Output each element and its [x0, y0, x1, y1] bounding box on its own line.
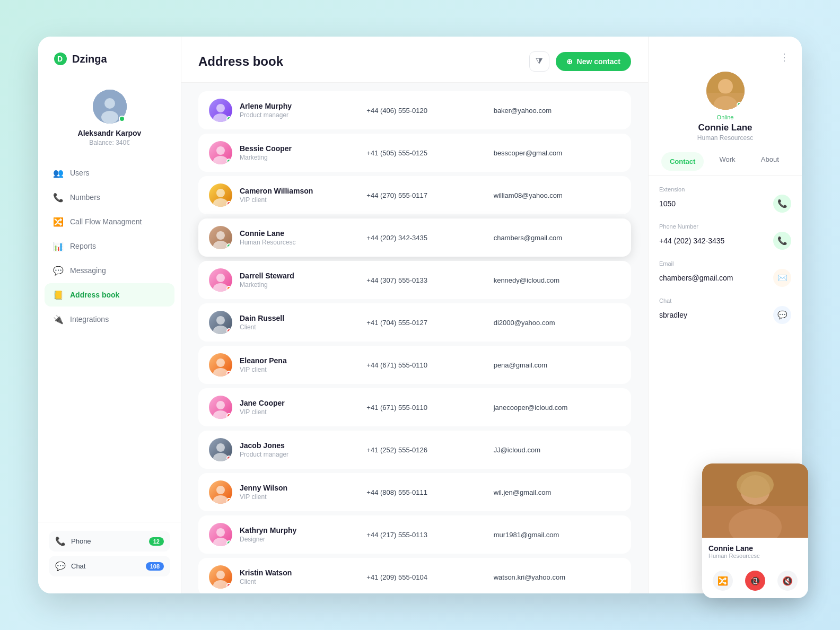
contact-email: besscoper@gmal.com	[494, 149, 620, 157]
user-avatar-wrapper	[93, 90, 127, 124]
svg-point-6	[213, 113, 228, 122]
field-value: +44 (202) 342-3435	[659, 237, 724, 245]
contact-status-dot	[226, 540, 232, 546]
field-action-btn[interactable]: 💬	[773, 306, 791, 324]
contact-role: Client	[240, 323, 366, 331]
contact-row[interactable]: Arlene Murphy Product manager +44 (406) …	[198, 91, 631, 129]
tab-about[interactable]: About	[749, 150, 791, 175]
contact-name: Kristin Watson	[240, 568, 366, 577]
address-book-icon: 📒	[53, 290, 64, 300]
contact-phone: +41 (252) 555-0126	[366, 446, 493, 454]
svg-point-16	[213, 326, 228, 334]
contact-role: Marketing	[240, 154, 366, 161]
sidebar-item-users[interactable]: 👥 Users	[45, 161, 174, 185]
svg-point-13	[216, 274, 225, 282]
contact-row[interactable]: Dain Russell Client +41 (704) 555-0127 d…	[198, 303, 631, 342]
contact-role: Product manager	[240, 111, 366, 119]
svg-point-20	[213, 410, 228, 419]
detail-role: Human Resourcesc	[697, 134, 753, 142]
contact-role: VIP client	[240, 408, 366, 416]
svg-point-39	[737, 471, 774, 498]
app-container: D Dzinga Aleksandr Karpov Balance: 340€ …	[38, 37, 802, 593]
svg-point-11	[216, 231, 225, 240]
svg-rect-38	[702, 506, 808, 538]
contact-avatar	[209, 480, 232, 504]
sidebar-item-call-flow[interactable]: 🔀 Call Flow Managment	[45, 210, 174, 233]
call-end-button[interactable]: 📵	[745, 571, 765, 591]
contact-row[interactable]: Jenny Wilson VIP client +44 (808) 555-01…	[198, 473, 631, 511]
svg-point-24	[213, 495, 228, 504]
footer-phone[interactable]: 📞 Phone 12	[49, 531, 170, 552]
tab-work[interactable]: Work	[706, 150, 748, 175]
contact-phone: +44 (307) 555-0133	[366, 276, 493, 284]
contact-row[interactable]: Jacob Jones Product manager +41 (252) 55…	[198, 431, 631, 469]
user-name: Aleksandr Karpov	[78, 129, 142, 137]
detail-menu-dots[interactable]: ⋮	[777, 49, 791, 65]
sidebar-item-reports[interactable]: 📊 Reports	[45, 234, 174, 258]
svg-point-27	[216, 571, 225, 579]
contact-row[interactable]: Cameron Williamson VIP client +44 (270) …	[198, 176, 631, 214]
contact-phone: +44 (202) 342-3435	[366, 234, 493, 242]
sidebar-item-messaging[interactable]: 💬 Messaging	[45, 259, 174, 282]
main-header: Address book ⧩ ⊕ New contact	[181, 37, 648, 83]
contact-row[interactable]: Eleanor Pena VIP client +44 (671) 555-01…	[198, 346, 631, 384]
contact-row[interactable]: Bessie Cooper Marketing +41 (505) 555-01…	[198, 134, 631, 172]
contact-status-dot	[226, 583, 232, 588]
field-value: 1050	[659, 199, 676, 208]
call-mute-button[interactable]: 🔇	[777, 571, 798, 591]
new-contact-button[interactable]: ⊕ New contact	[556, 52, 631, 71]
contact-row[interactable]: Jane Cooper VIP client +41 (671) 555-011…	[198, 388, 631, 426]
field-action-btn[interactable]: 📞	[773, 195, 791, 213]
contact-info: Eleanor Pena VIP client	[240, 356, 366, 373]
svg-point-18	[213, 368, 228, 377]
contact-row[interactable]: Kathryn Murphy Designer +44 (217) 555-01…	[198, 515, 631, 554]
contact-row[interactable]: Darrell Steward Marketing +44 (307) 555-…	[198, 261, 631, 299]
svg-point-32	[718, 79, 733, 94]
field-value: chambers@gmail.com	[659, 274, 733, 282]
field-label: Extension	[659, 186, 791, 192]
contact-status-dot	[226, 371, 232, 376]
svg-text:D: D	[57, 55, 63, 63]
contact-email: baker@yahoo.com	[494, 107, 620, 115]
contact-status-dot	[226, 456, 232, 461]
call-overlay-image	[702, 463, 808, 538]
end-call-icon: 📵	[750, 576, 760, 586]
contact-row[interactable]: Connie Lane Human Resourcesc +44 (202) 3…	[198, 218, 631, 257]
address-book-label: Address book	[70, 291, 119, 299]
filter-button[interactable]: ⧩	[529, 51, 549, 72]
svg-point-21	[216, 443, 225, 452]
sidebar-item-numbers[interactable]: 📞 Numbers	[45, 186, 174, 209]
users-label: Users	[70, 169, 90, 177]
tab-contact[interactable]: Contact	[661, 152, 704, 171]
contact-phone: +44 (671) 555-0110	[366, 361, 493, 369]
detail-field-phone-number: Phone number +44 (202) 342-3435 📞	[659, 223, 791, 250]
svg-point-15	[216, 316, 225, 325]
contact-name: Arlene Murphy	[240, 102, 366, 110]
detail-status-dot	[737, 102, 743, 108]
contact-avatar	[209, 523, 232, 546]
call-transfer-button[interactable]: 🔀	[713, 571, 733, 591]
contact-email: kennedy@icloud.com	[494, 276, 620, 284]
contact-phone: +41 (505) 555-0125	[366, 149, 493, 157]
field-action-btn[interactable]: 📞	[773, 232, 791, 250]
contact-phone: +44 (217) 555-0113	[366, 531, 493, 539]
svg-point-7	[216, 146, 225, 155]
chat-footer-icon: 💬	[55, 561, 66, 571]
sidebar-item-integrations[interactable]: 🔌 Integrations	[45, 308, 174, 331]
svg-point-5	[216, 104, 225, 112]
contact-row[interactable]: Kristin Watson Client +41 (209) 555-0104…	[198, 558, 631, 593]
call-overlay-role: Human Resourcesc	[708, 553, 802, 559]
contact-status-dot	[226, 243, 232, 249]
contact-info: Jenny Wilson VIP client	[240, 484, 366, 501]
field-action-btn[interactable]: ✉️	[773, 269, 791, 287]
sidebar-item-address-book[interactable]: 📒 Address book	[45, 283, 174, 307]
contact-avatar	[209, 438, 232, 461]
footer-chat[interactable]: 💬 Chat 108	[49, 556, 170, 576]
messaging-icon: 💬	[53, 265, 64, 276]
contact-role: VIP client	[240, 196, 366, 204]
call-overlay-info: Connie Lane Human Resourcesc	[702, 538, 808, 566]
contact-name: Darrell Steward	[240, 272, 366, 280]
contact-name: Dain Russell	[240, 314, 366, 322]
contact-email: wil.jen@gmail.com	[494, 488, 620, 496]
field-value: sbradley	[659, 311, 687, 319]
